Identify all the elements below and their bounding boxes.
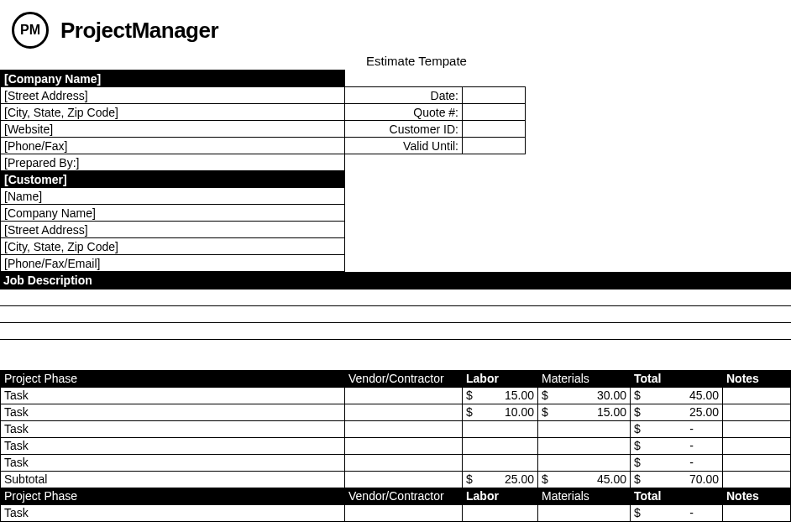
company-website[interactable]: [Website] — [1, 121, 345, 138]
phase-table: Project Phase Vendor/Contractor Labor Ma… — [0, 370, 791, 522]
labor-cell[interactable]: $15.00 — [463, 387, 538, 404]
subtotal-label: Subtotal — [1, 471, 345, 488]
notes-cell[interactable] — [723, 387, 791, 404]
table-row: Task $- — [1, 420, 791, 437]
col-notes: Notes — [723, 370, 791, 387]
customer-name[interactable]: [Name] — [1, 188, 345, 205]
job-description-header: Job Description — [0, 272, 791, 289]
task-cell[interactable]: Task — [1, 437, 345, 454]
jd-line[interactable] — [0, 306, 791, 323]
task-cell[interactable]: Task — [1, 387, 345, 404]
customer-phone[interactable]: [Phone/Fax/Email] — [1, 255, 345, 272]
total-cell[interactable]: $- — [631, 454, 723, 471]
vendor-cell[interactable] — [345, 454, 463, 471]
company-prepared-by[interactable]: [Prepared By:] — [1, 154, 345, 171]
company-phone[interactable]: [Phone/Fax] — [1, 138, 345, 154]
col-labor: Labor — [463, 488, 538, 504]
customer-company[interactable]: [Company Name] — [1, 205, 345, 222]
quote-label: Quote #: — [345, 104, 463, 121]
quote-value[interactable] — [463, 104, 526, 121]
doc-title: Estimate Tempate — [0, 54, 791, 68]
notes-cell[interactable] — [723, 404, 791, 420]
customer-id-value[interactable] — [463, 121, 526, 138]
total-cell[interactable]: $25.00 — [631, 404, 723, 420]
logo-icon: PM — [12, 12, 49, 49]
materials-cell[interactable]: $15.00 — [538, 404, 631, 420]
brand-name: ProjectManager — [60, 18, 218, 44]
company-meta-table: [Company Name] [Street Address] Date: [C… — [0, 70, 791, 272]
vendor-cell[interactable] — [345, 420, 463, 437]
table-row: Task $- — [1, 454, 791, 471]
date-label: Date: — [345, 87, 463, 104]
col-materials: Materials — [538, 488, 631, 504]
materials-cell[interactable]: $30.00 — [538, 387, 631, 404]
col-notes: Notes — [723, 488, 791, 504]
notes-cell — [723, 471, 791, 488]
total-cell[interactable]: $- — [631, 437, 723, 454]
notes-cell[interactable] — [723, 454, 791, 471]
col-phase: Project Phase — [1, 370, 345, 387]
customer-street[interactable]: [Street Address] — [1, 222, 345, 238]
table-row: Task $10.00 $15.00 $25.00 — [1, 404, 791, 420]
total-cell[interactable]: $- — [631, 504, 723, 521]
col-labor: Labor — [463, 370, 538, 387]
labor-cell[interactable] — [463, 504, 538, 521]
col-total: Total — [631, 370, 723, 387]
total-subtotal: $70.00 — [631, 471, 723, 488]
valid-until-label: Valid Until: — [345, 138, 463, 154]
customer-header: [Customer] — [1, 171, 345, 188]
labor-subtotal: $25.00 — [463, 471, 538, 488]
vendor-cell[interactable] — [345, 504, 463, 521]
col-total: Total — [631, 488, 723, 504]
col-vendor: Vendor/Contractor — [345, 370, 463, 387]
subtotal-row: Subtotal $25.00 $45.00 $70.00 — [1, 471, 791, 488]
table-row: Task $- — [1, 504, 791, 521]
labor-cell[interactable] — [463, 454, 538, 471]
job-description-lines — [0, 289, 791, 370]
jd-line[interactable] — [0, 289, 791, 306]
vendor-cell[interactable] — [345, 437, 463, 454]
materials-subtotal: $45.00 — [538, 471, 631, 488]
materials-cell[interactable] — [538, 504, 631, 521]
materials-cell[interactable] — [538, 420, 631, 437]
table-row: Task $15.00 $30.00 $45.00 — [1, 387, 791, 404]
notes-cell[interactable] — [723, 420, 791, 437]
vendor-cell — [345, 471, 463, 488]
company-city[interactable]: [City, State, Zip Code] — [1, 104, 345, 121]
task-cell[interactable]: Task — [1, 404, 345, 420]
col-phase: Project Phase — [1, 488, 345, 504]
col-vendor: Vendor/Contractor — [345, 488, 463, 504]
task-cell[interactable]: Task — [1, 504, 345, 521]
date-value[interactable] — [463, 87, 526, 104]
total-cell[interactable]: $- — [631, 420, 723, 437]
labor-cell[interactable] — [463, 420, 538, 437]
customer-id-label: Customer ID: — [345, 121, 463, 138]
notes-cell[interactable] — [723, 437, 791, 454]
task-cell[interactable]: Task — [1, 454, 345, 471]
jd-line[interactable] — [0, 323, 791, 340]
col-materials: Materials — [538, 370, 631, 387]
valid-until-value[interactable] — [463, 138, 526, 154]
brand-header: PM ProjectManager — [0, 0, 791, 54]
vendor-cell[interactable] — [345, 387, 463, 404]
company-header: [Company Name] — [1, 70, 345, 87]
table-row: Task $- — [1, 437, 791, 454]
task-cell[interactable]: Task — [1, 420, 345, 437]
customer-city[interactable]: [City, State, Zip Code] — [1, 238, 345, 255]
notes-cell[interactable] — [723, 504, 791, 521]
company-street[interactable]: [Street Address] — [1, 87, 345, 104]
materials-cell[interactable] — [538, 454, 631, 471]
labor-cell[interactable]: $10.00 — [463, 404, 538, 420]
job-description-table: Job Description — [0, 272, 791, 289]
vendor-cell[interactable] — [345, 404, 463, 420]
total-cell[interactable]: $45.00 — [631, 387, 723, 404]
labor-cell[interactable] — [463, 437, 538, 454]
materials-cell[interactable] — [538, 437, 631, 454]
